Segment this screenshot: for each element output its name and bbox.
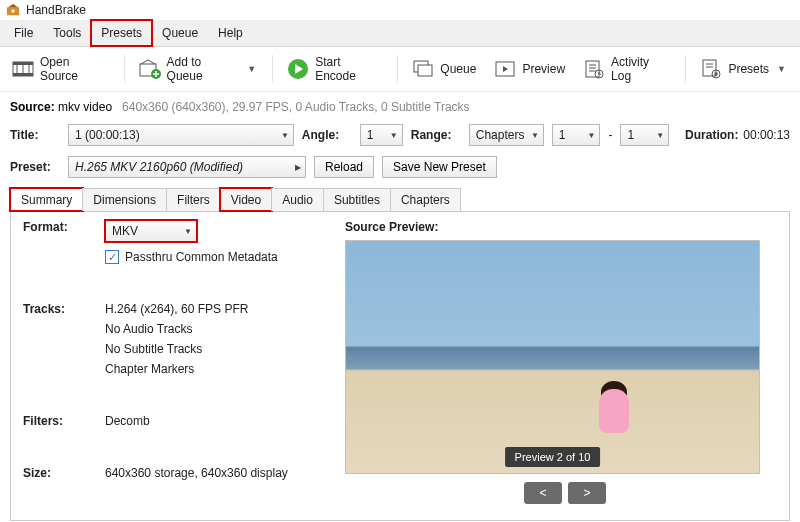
film-icon — [12, 58, 34, 80]
tab-summary[interactable]: Summary — [10, 188, 83, 211]
preset-value: H.265 MKV 2160p60 (Modified) — [75, 160, 243, 174]
menu-file[interactable]: File — [4, 20, 43, 46]
menu-presets[interactable]: Presets — [91, 20, 152, 46]
svg-rect-3 — [13, 62, 33, 65]
chevron-down-icon: ▼ — [588, 131, 596, 140]
menu-help[interactable]: Help — [208, 20, 253, 46]
preview-button[interactable]: Preview — [490, 56, 569, 82]
size-value: 640x360 storage, 640x360 display — [105, 466, 315, 504]
titlebar: HandBrake — [0, 0, 800, 20]
tab-dimensions[interactable]: Dimensions — [82, 188, 167, 211]
presets-label: Presets — [728, 62, 769, 76]
chevron-down-icon: ▼ — [281, 131, 289, 140]
tab-audio[interactable]: Audio — [271, 188, 324, 211]
chevron-down-icon: ▼ — [656, 131, 664, 140]
format-select[interactable]: MKV▼ — [105, 220, 197, 242]
presets-button[interactable]: Presets ▼ — [696, 56, 792, 82]
open-source-button[interactable]: Open Source — [8, 53, 114, 85]
preview-label: Preview — [522, 62, 565, 76]
range-sep: - — [608, 128, 612, 142]
tab-subtitles[interactable]: Subtitles — [323, 188, 391, 211]
passthru-label: Passthru Common Metadata — [125, 250, 278, 264]
separator — [124, 55, 125, 83]
chevron-down-icon[interactable]: ▼ — [245, 64, 258, 74]
summary-left: Format: MKV▼ ✓ Passthru Common Metadata … — [15, 220, 315, 504]
menu-queue[interactable]: Queue — [152, 20, 208, 46]
app-title: HandBrake — [26, 3, 86, 17]
open-source-label: Open Source — [40, 55, 110, 83]
tabs: Summary Dimensions Filters Video Audio S… — [10, 188, 790, 212]
size-label: Size: — [23, 466, 93, 504]
range-from-select[interactable]: 1▼ — [552, 124, 601, 146]
chevron-down-icon: ▼ — [390, 131, 398, 140]
add-queue-label: Add to Queue — [167, 55, 240, 83]
svg-rect-12 — [418, 65, 432, 76]
range-type-value: Chapters — [476, 128, 525, 142]
svg-rect-14 — [586, 61, 599, 77]
svg-rect-4 — [13, 73, 33, 76]
presets-icon — [700, 58, 722, 80]
svg-point-1 — [11, 9, 15, 13]
range-from-value: 1 — [559, 128, 566, 142]
range-to-select[interactable]: 1▼ — [620, 124, 669, 146]
preview-image-content — [599, 389, 629, 433]
save-new-preset-button[interactable]: Save New Preset — [382, 156, 497, 178]
queue-icon — [412, 58, 434, 80]
title-value: 1 (00:00:13) — [75, 128, 140, 142]
angle-value: 1 — [367, 128, 374, 142]
chevron-down-icon: ▼ — [531, 131, 539, 140]
activity-log-button[interactable]: Activity Log — [579, 53, 675, 85]
track-value: No Audio Tracks — [105, 322, 315, 336]
range-type-select[interactable]: Chapters▼ — [469, 124, 544, 146]
main-panel: Source: mkv video 640x360 (640x360), 29.… — [0, 92, 800, 522]
reload-button[interactable]: Reload — [314, 156, 374, 178]
source-line: Source: mkv video 640x360 (640x360), 29.… — [10, 100, 790, 114]
preview-prev-button[interactable]: < — [524, 482, 562, 504]
title-label: Title: — [10, 128, 60, 142]
toolbar: Open Source Add to Queue ▼ Start Encode … — [0, 47, 800, 92]
add-queue-icon — [139, 58, 161, 80]
title-select[interactable]: 1 (00:00:13)▼ — [68, 124, 294, 146]
format-value: MKV — [112, 224, 138, 238]
source-preview-label: Source Preview: — [345, 220, 785, 234]
preset-label: Preset: — [10, 160, 60, 174]
source-details: 640x360 (640x360), 29.97 FPS, 0 Audio Tr… — [122, 100, 470, 114]
tracks-label: Tracks: — [23, 302, 93, 400]
preview-next-button[interactable]: > — [568, 482, 606, 504]
track-value: No Subtitle Tracks — [105, 342, 315, 356]
filters-value: Decomb — [105, 414, 315, 452]
tab-filters[interactable]: Filters — [166, 188, 221, 211]
app-logo-icon — [6, 3, 20, 17]
range-to-value: 1 — [627, 128, 634, 142]
menu-tools[interactable]: Tools — [43, 20, 91, 46]
tab-chapters[interactable]: Chapters — [390, 188, 461, 211]
source-preview[interactable]: Preview 2 of 10 — [345, 240, 760, 474]
preset-select[interactable]: H.265 MKV 2160p60 (Modified)▶ — [68, 156, 306, 178]
chevron-down-icon[interactable]: ▼ — [775, 64, 788, 74]
queue-button[interactable]: Queue — [408, 56, 480, 82]
passthru-checkbox[interactable]: ✓ — [105, 250, 119, 264]
source-label: Source: — [10, 100, 55, 114]
range-label: Range: — [411, 128, 461, 142]
menubar: File Tools Presets Queue Help — [0, 20, 800, 47]
preview-icon — [494, 58, 516, 80]
play-icon — [287, 58, 309, 80]
duration-label: Duration: — [685, 128, 735, 142]
start-encode-button[interactable]: Start Encode — [283, 53, 387, 85]
summary-body: Format: MKV▼ ✓ Passthru Common Metadata … — [10, 212, 790, 521]
preview-pager: < > — [345, 482, 785, 504]
preset-row: Preset: H.265 MKV 2160p60 (Modified)▶ Re… — [10, 156, 790, 178]
angle-select[interactable]: 1▼ — [360, 124, 403, 146]
preview-badge: Preview 2 of 10 — [505, 447, 601, 467]
separator — [685, 55, 686, 83]
track-value: Chapter Markers — [105, 362, 315, 376]
separator — [397, 55, 398, 83]
separator — [272, 55, 273, 83]
log-icon — [583, 58, 605, 80]
tracks-list: H.264 (x264), 60 FPS PFR No Audio Tracks… — [105, 302, 315, 400]
activity-log-label: Activity Log — [611, 55, 671, 83]
tab-video[interactable]: Video — [220, 188, 272, 211]
start-encode-label: Start Encode — [315, 55, 383, 83]
angle-label: Angle: — [302, 128, 352, 142]
add-queue-button[interactable]: Add to Queue ▼ — [135, 53, 263, 85]
